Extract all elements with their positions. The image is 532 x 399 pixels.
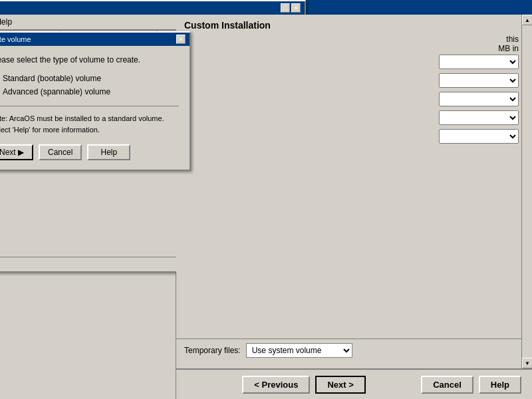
bottom-btn-group: < Previous Next >: [242, 376, 366, 394]
cv-cancel-button[interactable]: Cancel: [39, 144, 82, 160]
dropdown-area: [439, 55, 519, 144]
content-text2: MB in: [498, 44, 519, 53]
cv-titlebar: Create volume ✕: [0, 33, 190, 46]
cv-radio-advanced[interactable]: Advanced (spannable) volume: [0, 87, 179, 96]
temp-files-select-wrapper: Use system volume: [246, 343, 352, 358]
content-header: Custom Installation: [176, 15, 532, 36]
cv-help-button[interactable]: Help: [87, 144, 130, 160]
vm-menu-help[interactable]: Help: [0, 16, 17, 28]
cv-close-button[interactable]: ✕: [176, 35, 186, 44]
temp-files-label: Temporary files:: [184, 346, 241, 355]
dropdown-4-wrapper: [439, 110, 519, 125]
vm-titlebar-buttons: □ ✕: [281, 3, 301, 13]
dropdown-1-wrapper: [439, 55, 519, 69]
cv-radio-group: Standard (bootable) volume Advanced (spa…: [0, 74, 179, 96]
cancel-button[interactable]: Cancel: [421, 376, 473, 394]
cv-buttons: Next ▶ Cancel Help: [0, 144, 179, 160]
bottom-right-buttons: Cancel Help: [421, 376, 521, 394]
vm-close-button[interactable]: ✕: [291, 3, 301, 13]
next-button[interactable]: Next >: [315, 376, 365, 394]
content-scroll-down[interactable]: ▼: [522, 358, 532, 368]
dropdown-3-wrapper: [439, 92, 519, 106]
radio-advanced-label: Advanced (spannable) volume: [3, 87, 110, 96]
help-button[interactable]: Help: [479, 376, 521, 394]
dropdown-3[interactable]: [439, 92, 519, 106]
dropdown-2[interactable]: [439, 73, 519, 88]
dropdown-5[interactable]: [439, 129, 519, 144]
content-area: Custom Installation ▲ ▼ this MB in: [176, 15, 532, 399]
cv-title-label: Create volume: [0, 35, 31, 43]
dropdown-2-wrapper: [439, 73, 519, 88]
vm-restore-button[interactable]: □: [281, 3, 290, 13]
dropdown-4[interactable]: [439, 110, 519, 125]
content-text1: this: [498, 35, 519, 44]
content-scrollbar: ▲ ▼: [521, 15, 532, 368]
previous-button[interactable]: < Previous: [242, 376, 310, 394]
content-text-area: this MB in: [498, 35, 519, 53]
radio-standard-label: Standard (bootable) volume: [3, 74, 101, 83]
dropdown-5-wrapper: [439, 129, 519, 144]
cv-next-button[interactable]: Next ▶: [0, 144, 33, 160]
cv-note: Note: ArcaOS must be installed to a stan…: [0, 106, 179, 135]
bottom-bar: < Previous Next > Cancel Help: [176, 368, 532, 399]
cv-body: Please select the type of volume to crea…: [0, 46, 190, 170]
main-layout: Begin installation License agreement Ins…: [0, 15, 532, 399]
vm-titlebar: Installation Volume Manager □ ✕: [0, 1, 305, 15]
cv-radio-standard[interactable]: Standard (bootable) volume: [0, 74, 179, 83]
temp-files-row: Temporary files: Use system volume: [176, 338, 521, 362]
content-scroll-track: [522, 25, 532, 358]
create-volume-dialog: Create volume ✕ Please select the type o…: [0, 31, 191, 171]
sidebar: Begin installation License agreement Ins…: [0, 15, 176, 399]
content-scroll-up[interactable]: ▲: [522, 15, 532, 25]
cv-instruction: Please select the type of volume to crea…: [0, 55, 179, 65]
cv-note-text: Note: ArcaOS must be installed to a stan…: [0, 114, 164, 134]
dropdown-1[interactable]: [439, 55, 519, 69]
temp-files-select[interactable]: Use system volume: [246, 343, 352, 358]
